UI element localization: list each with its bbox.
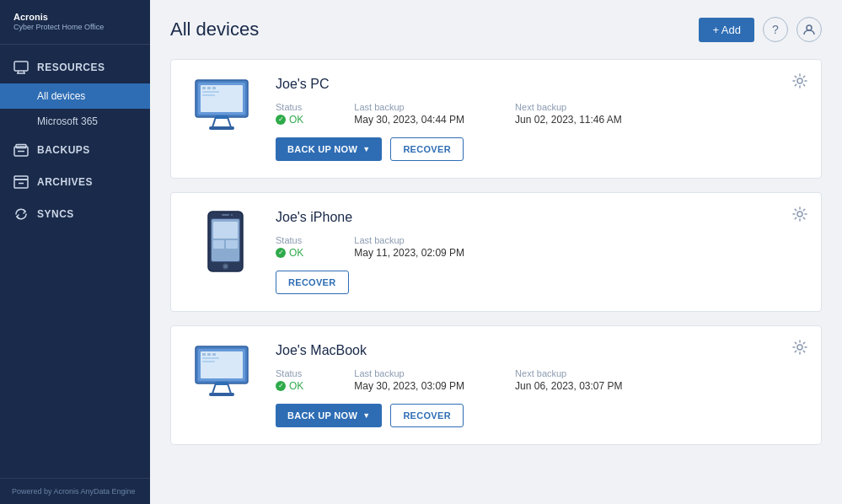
svg-rect-46 [216,382,228,385]
help-icon[interactable]: ? [763,17,788,42]
svg-point-23 [797,78,802,83]
svg-point-31 [223,265,228,269]
last-backup-value: May 11, 2023, 02:09 PM [354,247,464,259]
devices-list: Joe's PC Status OK Last backup May 30, 2… [170,59,822,445]
header-actions: + Add ? [699,17,822,42]
status-label: Status [276,235,303,245]
last-backup-value: May 30, 2023, 04:44 PM [354,114,464,126]
sidebar-item-archives[interactable]: ARCHIVES [0,166,150,198]
last-backup-block: Last backup May 30, 2023, 04:44 PM [354,102,464,126]
sync-icon [13,206,29,222]
status-label: Status [276,102,303,112]
monitor-icon [13,60,29,75]
device-actions: BACK UP NOW ▼ RECOVER [276,404,801,427]
device-card-joes-pc: Joe's PC Status OK Last backup May 30, 2… [170,59,822,179]
svg-rect-13 [201,85,243,112]
svg-rect-0 [14,62,28,71]
archive-icon [13,174,29,190]
svg-line-43 [212,383,216,394]
next-backup-block: Next backup Jun 06, 2023, 03:07 PM [515,368,622,392]
svg-rect-27 [213,222,238,239]
device-image [191,210,259,273]
next-backup-label: Next backup [515,368,622,378]
sidebar-footer: Powered by Acronis AnyData Engine [0,478,150,504]
svg-rect-45 [209,393,234,396]
svg-rect-42 [202,361,215,362]
status-dot-icon [276,115,286,125]
syncs-label: SYNCS [37,208,74,220]
svg-line-44 [228,383,231,394]
svg-rect-17 [202,91,219,93]
status-value: OK [276,247,303,259]
device-info: Joe's PC Status OK Last backup May 30, 2… [276,77,801,161]
device-card-joes-macbook: Joe's MacBook Status OK Last backup May … [170,325,822,445]
device-name: Joe's MacBook [276,343,801,358]
next-backup-value: Jun 02, 2023, 11:46 AM [515,114,622,126]
svg-rect-38 [202,353,206,356]
main-header: All devices + Add ? [170,17,822,42]
status-block: Status OK [276,102,303,126]
backup-now-button[interactable]: BACK UP NOW ▼ [276,137,382,161]
resources-label: RESOURCES [37,62,105,73]
svg-rect-15 [207,87,211,89]
backup-icon [13,142,29,158]
device-info: Joe's iPhone Status OK Last backup May 1… [276,210,801,294]
last-backup-label: Last backup [354,102,464,112]
device-info: Joe's MacBook Status OK Last backup May … [276,343,801,427]
svg-point-33 [231,214,233,216]
svg-rect-40 [212,353,216,356]
svg-rect-37 [201,351,243,378]
device-name: Joe's iPhone [276,210,801,225]
device-stats: Status OK Last backup May 11, 2023, 02:0… [276,235,801,259]
device-image [191,77,259,136]
svg-rect-22 [216,115,228,119]
sidebar: Acronis Cyber Protect Home Office RESOUR… [0,0,150,504]
svg-rect-29 [226,240,238,249]
backup-now-button[interactable]: BACK UP NOW ▼ [276,404,382,427]
next-backup-block: Next backup Jun 02, 2023, 11:46 AM [515,102,622,126]
last-backup-block: Last backup May 30, 2023, 03:09 PM [354,368,464,392]
svg-line-20 [228,117,231,127]
all-devices-label: All devices [37,90,85,102]
main-content: All devices + Add ? [150,0,842,504]
device-settings-button[interactable] [792,73,807,92]
svg-rect-39 [207,353,211,356]
status-block: Status OK [276,368,303,392]
next-backup-label: Next backup [515,102,622,112]
archives-label: ARCHIVES [37,176,93,188]
recover-button[interactable]: RECOVER [276,271,349,294]
sidebar-item-resources[interactable]: RESOURCES [0,51,150,83]
sidebar-item-microsoft365[interactable]: Microsoft 365 [0,109,150,134]
status-block: Status OK [276,235,303,259]
device-stats: Status OK Last backup May 30, 2023, 03:0… [276,368,801,392]
device-card-joes-iphone: Joe's iPhone Status OK Last backup May 1… [170,192,822,312]
last-backup-label: Last backup [354,235,464,245]
svg-line-19 [212,117,216,127]
device-name: Joe's PC [276,77,801,92]
svg-rect-41 [202,357,219,359]
svg-point-34 [797,212,802,217]
chevron-down-icon: ▼ [362,411,370,420]
add-button[interactable]: + Add [699,18,754,42]
svg-rect-28 [213,240,224,249]
chevron-down-icon: ▼ [362,145,370,153]
status-dot-icon [276,248,286,258]
user-icon[interactable] [796,17,822,42]
status-value: OK [276,114,303,126]
sidebar-item-all-devices[interactable]: All devices [0,83,150,109]
device-settings-button[interactable] [792,340,807,358]
sidebar-item-backups[interactable]: BACKUPS [0,134,150,166]
svg-point-10 [807,25,812,30]
recover-button[interactable]: RECOVER [390,137,464,161]
status-label: Status [276,368,303,378]
svg-rect-16 [212,87,216,89]
sidebar-item-syncs[interactable]: SYNCS [0,198,150,230]
svg-rect-14 [202,87,206,89]
recover-button[interactable]: RECOVER [390,404,464,427]
sidebar-nav: RESOURCES All devices Microsoft 365 BACK… [0,45,150,478]
last-backup-label: Last backup [354,368,464,378]
next-backup-value: Jun 06, 2023, 03:07 PM [515,380,622,392]
device-settings-button[interactable] [792,206,807,225]
device-image [191,343,259,402]
svg-point-47 [797,345,802,350]
